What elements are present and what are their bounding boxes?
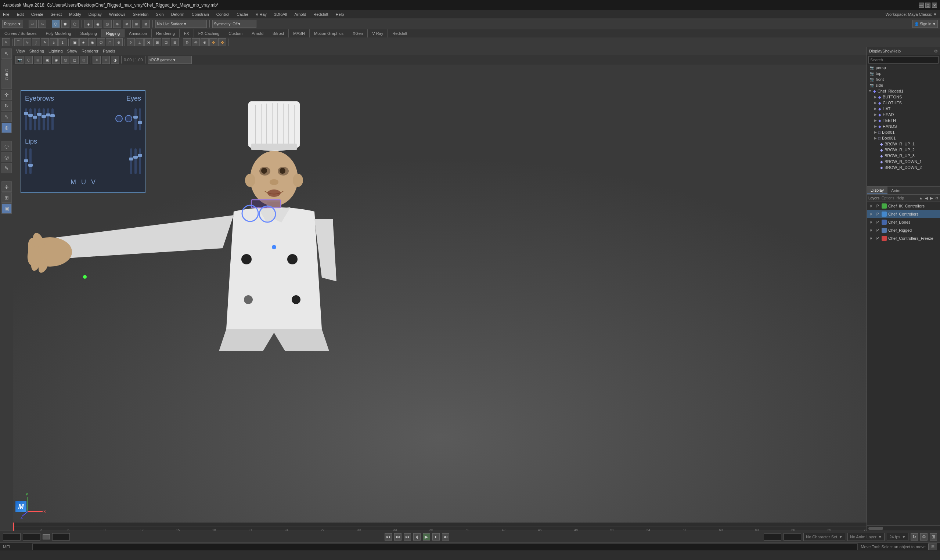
tab-arnold[interactable]: Arnold: [247, 29, 268, 37]
tb2-curve[interactable]: ⌒: [14, 38, 22, 46]
left-rigging2[interactable]: ⊞: [2, 192, 12, 203]
tab-animation[interactable]: Animation: [125, 29, 152, 37]
tb2-comp5[interactable]: ◻: [106, 38, 114, 46]
right-scrollbar[interactable]: [867, 526, 940, 531]
left-move[interactable]: ✛: [2, 89, 12, 100]
tb2-snap10[interactable]: ⊗: [200, 38, 209, 46]
vp-grid[interactable]: ⊞: [34, 56, 42, 64]
tb2-deform2[interactable]: ⟂: [135, 38, 144, 46]
tb-snap7[interactable]: ⊠: [142, 20, 150, 28]
slider-eye1[interactable]: [134, 108, 137, 130]
tb2-render1[interactable]: ✛: [209, 38, 217, 46]
outliner-buttons[interactable]: ▶ ◆ BUTTONS: [867, 94, 940, 100]
layer-freeze[interactable]: V P Chef_Controllers_Freeze: [867, 234, 940, 242]
menu-help[interactable]: Help: [334, 11, 346, 17]
tab-xgen[interactable]: XGen: [348, 29, 368, 37]
left-show[interactable]: ◎: [2, 152, 12, 162]
viewport-menu-show[interactable]: Show: [67, 49, 77, 53]
status-icon[interactable]: ⊞: [928, 543, 937, 550]
tab-rendering[interactable]: Rendering: [152, 29, 180, 37]
tb-snap5[interactable]: ⊗: [123, 20, 131, 28]
slider-lips5[interactable]: [139, 148, 141, 174]
vp-tex[interactable]: ⊡: [80, 56, 88, 64]
playback-step-fwd[interactable]: ⏵: [432, 533, 440, 540]
viewport-menu-renderer[interactable]: Renderer: [82, 49, 98, 53]
left-universal[interactable]: ⊕: [2, 123, 12, 133]
tab-poly-modeling[interactable]: Poly Modeling: [41, 29, 76, 37]
menu-windows[interactable]: Windows: [108, 11, 127, 17]
left-rigging[interactable]: ⚶: [2, 182, 12, 192]
outliner-hands[interactable]: ▶ ◆ HANDS: [867, 123, 940, 129]
frame-start-input[interactable]: 1: [3, 533, 21, 540]
tb-undo[interactable]: ↩: [29, 20, 37, 28]
window-controls[interactable]: — □ ✕: [919, 3, 937, 8]
slider-eb6[interactable]: [47, 108, 49, 130]
symmetry[interactable]: Symmetry: Off▼: [212, 20, 256, 28]
character-set[interactable]: No Character Set ▼: [803, 533, 845, 541]
slider-eb2[interactable]: [29, 108, 32, 130]
search-input[interactable]: [868, 56, 938, 63]
layer-rigged[interactable]: V P Chef_Rigged: [867, 226, 940, 234]
left-soft[interactable]: ◌: [2, 141, 12, 151]
viewport-menu-view[interactable]: View: [16, 49, 25, 53]
menu-3dtaall[interactable]: 3DtoAll: [272, 11, 288, 17]
tb-snap3[interactable]: ◎: [104, 20, 112, 28]
vp-shadow[interactable]: ◑: [111, 56, 119, 64]
tb2-comp1[interactable]: ▣: [71, 38, 78, 46]
menu-constrain[interactable]: Constrain: [190, 11, 211, 17]
left-paint[interactable]: ✎: [2, 163, 12, 173]
camera-top[interactable]: 📷 top: [867, 71, 940, 76]
tab-motion-graphics[interactable]: Motion Graphics: [310, 29, 348, 37]
close-button[interactable]: ✕: [932, 3, 937, 8]
tb-snap1[interactable]: ◈: [85, 20, 92, 28]
outliner-teeth[interactable]: ▶ ◆ TEETH: [867, 117, 940, 123]
menu-skin[interactable]: Skin: [154, 11, 165, 17]
tb2-comp4[interactable]: ⬡: [97, 38, 105, 46]
tab-curves-surfaces[interactable]: Curves / Surfaces: [0, 29, 41, 37]
tb2-deform1[interactable]: ◊: [127, 38, 135, 46]
tab-fx[interactable]: FX: [180, 29, 194, 37]
eye-r-handle[interactable]: [125, 115, 132, 122]
tab-mash[interactable]: MASH: [289, 29, 310, 37]
slider-lips3[interactable]: [130, 148, 132, 174]
layers-anim-tab[interactable]: Anim: [888, 186, 904, 194]
layers-toolbar-refresh[interactable]: ⚙: [935, 196, 938, 200]
tb-lasso[interactable]: ⬟: [62, 20, 69, 28]
outliner-root[interactable]: ▼ ◆ Chef_Rigged1: [867, 88, 940, 94]
range-max-input[interactable]: 200: [783, 533, 801, 540]
anim-layer[interactable]: No Anim Layer ▼: [848, 533, 885, 541]
layer-controllers[interactable]: V P Chef_Controllers: [867, 210, 940, 218]
outliner-bjp001[interactable]: ▶ □ Bjp001: [867, 129, 940, 135]
tab-bifrost[interactable]: Bifrost: [268, 29, 289, 37]
tb-paint[interactable]: ⬠: [71, 20, 79, 28]
slider-eb7[interactable]: [51, 108, 54, 130]
tb2-joint[interactable]: ⚶: [49, 38, 58, 46]
menu-skeleton[interactable]: Skeleton: [131, 11, 150, 17]
camera-front[interactable]: 📷 front: [867, 76, 940, 82]
tb2-snap9[interactable]: ◎: [192, 38, 200, 46]
help-tab[interactable]: Help: [892, 49, 901, 53]
layer-bones[interactable]: V P Chef_Bones: [867, 218, 940, 226]
tb-snap4[interactable]: ⊕: [113, 20, 121, 28]
keyframe-indicator[interactable]: [43, 534, 50, 540]
menu-control[interactable]: Control: [215, 11, 231, 17]
3d-viewport[interactable]: Eyebrows Eyes: [13, 65, 866, 531]
tab-redshift[interactable]: Redshift: [388, 29, 412, 37]
workspace-dropdown[interactable]: Workspace: Maya Classic ▼: [884, 11, 938, 17]
layers-toolbar-delete[interactable]: ▶: [930, 196, 933, 200]
viewport-menu-shading[interactable]: Shading: [29, 49, 44, 53]
layers-toolbar-new[interactable]: ▲: [919, 196, 923, 200]
outliner-head[interactable]: ▶ ◆ HEAD: [867, 112, 940, 117]
mel-label[interactable]: MEL: [3, 545, 32, 549]
camera-side[interactable]: 📷 side: [867, 82, 940, 88]
tb2-deform3[interactable]: ⋈: [145, 38, 152, 46]
tab-rigging[interactable]: Rigging: [102, 29, 125, 37]
playback-step-back[interactable]: ⏮: [404, 533, 411, 540]
tb2-comp6[interactable]: ⊕: [115, 38, 123, 46]
layers-sub-tab-help[interactable]: Help: [896, 196, 904, 200]
vp-wire[interactable]: ◻: [71, 56, 78, 64]
vp-shade2[interactable]: ◎: [62, 56, 69, 64]
minimize-button[interactable]: —: [919, 3, 924, 8]
maximize-button[interactable]: □: [925, 3, 931, 8]
tb2-pencil[interactable]: ✎: [41, 38, 49, 46]
